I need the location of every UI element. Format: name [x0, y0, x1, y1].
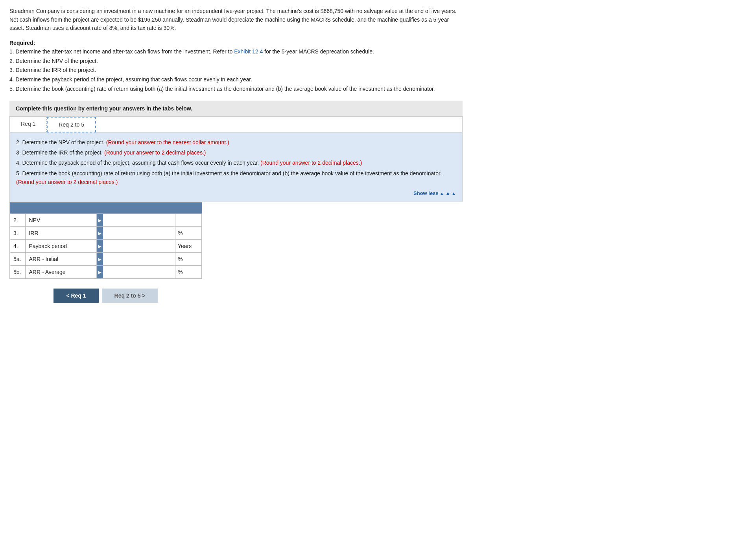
table-row: 2.NPV▶: [10, 214, 202, 227]
tab-line2: 3. Determine the IRR of the project. (Ro…: [16, 148, 456, 157]
row-label-4: ARR - Average: [26, 266, 97, 279]
exhibit-link[interactable]: Exhibit 12.4: [234, 48, 263, 55]
answer-input-1[interactable]: [103, 227, 175, 239]
row-number-3: 5a.: [10, 253, 26, 266]
tab-line1: 2. Determine the NPV of the project. (Ro…: [16, 138, 456, 147]
tab-req1[interactable]: Req 1: [10, 117, 47, 132]
row-unit-1: %: [175, 227, 201, 240]
row-input-cell-1[interactable]: ▶: [96, 227, 175, 240]
table-row: 5a.ARR - Initial▶%: [10, 253, 202, 266]
answer-input-0[interactable]: [103, 214, 175, 226]
answer-input-2[interactable]: [103, 240, 175, 252]
required-item-5: 5. Determine the book (accounting) rate …: [9, 85, 463, 94]
tab-line4: 5. Determine the book (accounting) rate …: [16, 169, 456, 187]
row-unit-2: Years: [175, 240, 201, 253]
input-arrow-0[interactable]: ▶: [97, 214, 103, 226]
row-label-0: NPV: [26, 214, 97, 227]
complete-banner: Complete this question by entering your …: [9, 101, 463, 116]
table-row: 5b.ARR - Average▶%: [10, 266, 202, 279]
row-label-3: ARR - Initial: [26, 253, 97, 266]
required-item-3: 3. Determine the IRR of the project.: [9, 66, 463, 75]
row-unit-3: %: [175, 253, 201, 266]
row-number-4: 5b.: [10, 266, 26, 279]
required-item-1: 1. Determine the after-tax net income an…: [9, 48, 463, 56]
intro-text: Steadman Company is considering an inves…: [9, 7, 463, 33]
row-number-1: 3.: [10, 227, 26, 240]
row-input-cell-3[interactable]: ▶: [96, 253, 175, 266]
answer-input-3[interactable]: [103, 253, 175, 265]
row-label-2: Payback period: [26, 240, 97, 253]
req1-nav-button[interactable]: < Req 1: [53, 289, 98, 303]
row-input-cell-0[interactable]: ▶: [96, 214, 175, 227]
required-item-2: 2. Determine the NPV of the project.: [9, 57, 463, 66]
row-unit-4: %: [175, 266, 201, 279]
tabs-row: Req 1 Req 2 to 5: [10, 117, 462, 132]
answer-input-4[interactable]: [103, 266, 175, 278]
input-arrow-1[interactable]: ▶: [97, 227, 103, 239]
row-input-cell-2[interactable]: ▶: [96, 240, 175, 253]
input-arrow-2[interactable]: ▶: [97, 240, 103, 252]
tab-content: 2. Determine the NPV of the project. (Ro…: [10, 132, 462, 202]
table-header-bar: [10, 202, 202, 213]
tab-line3: 4. Determine the payback period of the p…: [16, 158, 456, 167]
input-arrow-4[interactable]: ▶: [97, 266, 103, 278]
nav-buttons: < Req 1 Req 2 to 5 >: [9, 289, 202, 303]
required-label: Required:: [9, 40, 463, 46]
required-item-4: 4. Determine the payback period of the p…: [9, 75, 463, 84]
input-arrow-3[interactable]: ▶: [97, 253, 103, 265]
row-input-cell-4[interactable]: ▶: [96, 266, 175, 279]
tabs-container: Req 1 Req 2 to 5 2. Determine the NPV of…: [9, 116, 463, 202]
required-list: 1. Determine the after-tax net income an…: [9, 48, 463, 93]
required-section: Required: 1. Determine the after-tax net…: [9, 40, 463, 93]
answer-table-wrapper: 2.NPV▶3.IRR▶%4.Payback period▶Years5a.AR…: [9, 202, 202, 279]
row-number-2: 4.: [10, 240, 26, 253]
answer-table: 2.NPV▶3.IRR▶%4.Payback period▶Years5a.AR…: [10, 213, 202, 279]
row-label-1: IRR: [26, 227, 97, 240]
table-row: 4.Payback period▶Years: [10, 240, 202, 253]
tab-req2to5[interactable]: Req 2 to 5: [47, 117, 96, 132]
req2to5-nav-button[interactable]: Req 2 to 5 >: [102, 289, 158, 303]
show-less-button[interactable]: Show less ▲: [16, 189, 456, 198]
table-row: 3.IRR▶%: [10, 227, 202, 240]
row-number-0: 2.: [10, 214, 26, 227]
row-unit-0: [175, 214, 201, 227]
